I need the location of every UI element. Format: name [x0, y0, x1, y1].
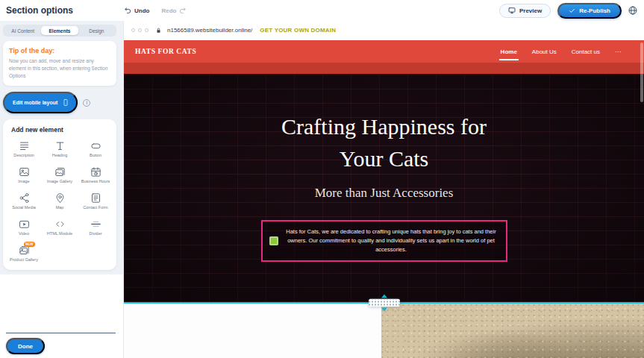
undo-icon — [124, 7, 132, 15]
redo-icon — [178, 7, 187, 15]
business-hours-icon — [90, 166, 101, 178]
add-element-contact-form[interactable]: Contact Form — [78, 192, 113, 210]
section-options-sidebar: AI Content Elements Design Tip of the da… — [0, 21, 124, 358]
browser-dot-icon — [145, 28, 149, 32]
add-new-element-card: Add new element Description Heading — [3, 119, 116, 269]
next-section-empty-area — [124, 304, 381, 358]
tab-elements[interactable]: Elements — [41, 26, 78, 35]
image-gallery-icon — [54, 166, 66, 178]
main-area: AI Content Elements Design Tip of the da… — [0, 21, 644, 358]
heading-icon — [54, 140, 66, 151]
add-element-title: Add new element — [11, 126, 113, 134]
new-badge: NEW — [24, 242, 36, 247]
add-element-divider[interactable]: Divider — [78, 219, 113, 236]
add-element-product-gallery[interactable]: NEW Product Gallery — [6, 245, 42, 263]
page-title: Section options — [6, 5, 124, 16]
edit-mobile-layout-button[interactable]: Edit mobile layout — [3, 92, 78, 113]
html-module-icon — [54, 219, 66, 230]
sidebar-footer: Done — [0, 274, 123, 358]
nav-item-about[interactable]: About Us — [532, 48, 557, 55]
website-canvas: HATS FOR CATS Home About Us Contact us ⋯… — [124, 40, 644, 358]
hero-section: Crafting Happiness for Your Cats More th… — [124, 74, 644, 302]
globe-icon — [628, 5, 638, 16]
hero-text-element-selected[interactable]: Hats for Cats, we are dedicated to craft… — [261, 220, 507, 262]
tab-ai-content[interactable]: AI Content — [4, 26, 41, 35]
nav-item-home[interactable]: Home — [501, 48, 517, 55]
nav-more-menu[interactable]: ⋯ — [615, 48, 621, 55]
monitor-icon — [508, 7, 516, 14]
browser-bar: n1566589.websitebuilder.online/ GET YOUR… — [124, 21, 644, 40]
site-header: HATS FOR CATS Home About Us Contact us ⋯ — [124, 40, 644, 63]
sidebar-panel: AI Content Elements Design Tip of the da… — [0, 21, 123, 274]
app-window: Section options Undo Redo Preview Re-Pub… — [0, 0, 644, 358]
republish-label: Re-Publish — [579, 7, 610, 14]
add-element-map[interactable]: Map — [42, 192, 78, 210]
hero-body-text: Hats for Cats, we are dedicated to craft… — [284, 227, 499, 254]
social-media-icon — [19, 192, 30, 204]
check-icon — [569, 7, 575, 14]
arrow-up-icon — [381, 295, 387, 298]
undo-redo-group: Undo Redo — [124, 7, 187, 15]
done-button[interactable]: Done — [6, 338, 45, 354]
edit-mobile-row: Edit mobile layout i — [3, 92, 116, 113]
image-placeholder-icon — [269, 236, 278, 245]
republish-button[interactable]: Re-Publish — [557, 3, 622, 19]
preview-scrollbar-thumb[interactable] — [640, 43, 643, 102]
arrow-down-icon — [381, 308, 387, 312]
video-icon — [19, 219, 30, 230]
sidebar-tabs: AI Content Elements Design — [3, 25, 116, 37]
lock-icon — [155, 27, 162, 34]
language-globe-button[interactable] — [628, 5, 638, 16]
preview-label: Preview — [519, 7, 542, 14]
tip-body: Now you can add, move and resize any ele… — [9, 57, 110, 79]
mobile-phone-icon — [62, 97, 69, 108]
undo-label: Undo — [134, 7, 149, 14]
site-logo[interactable]: HATS FOR CATS — [135, 48, 196, 55]
add-element-video[interactable]: Video — [6, 219, 42, 236]
get-domain-link[interactable]: GET YOUR OWN DOMAIN — [260, 27, 336, 34]
hero-subheading[interactable]: More than Just Accessories — [315, 186, 454, 201]
preview-button[interactable]: Preview — [499, 4, 551, 18]
add-element-button[interactable]: Button — [78, 140, 113, 158]
browser-dot-icon — [138, 28, 142, 32]
site-header-subbar — [124, 63, 644, 74]
map-icon — [54, 192, 66, 204]
topbar: Section options Undo Redo Preview Re-Pub… — [0, 0, 644, 21]
add-element-html-module[interactable]: HTML Module — [42, 219, 78, 236]
undo-button[interactable]: Undo — [124, 7, 149, 15]
description-icon — [19, 140, 30, 151]
info-icon[interactable]: i — [83, 99, 90, 107]
browser-dot-icon — [131, 28, 135, 32]
tab-design[interactable]: Design — [78, 26, 115, 35]
edit-mobile-label: Edit mobile layout — [13, 100, 57, 105]
section-resize-handle[interactable] — [369, 295, 400, 312]
site-preview-pane: n1566589.websitebuilder.online/ GET YOUR… — [124, 21, 644, 358]
site-url: n1566589.websitebuilder.online/ — [167, 27, 252, 34]
contact-form-icon — [90, 192, 101, 204]
footer-divider — [6, 333, 116, 333]
nav-item-contact[interactable]: Contact us — [572, 48, 600, 55]
tip-heading: Tip of the day: — [9, 47, 110, 54]
hero-heading[interactable]: Crafting Happiness for Your Cats — [265, 111, 504, 175]
image-icon — [19, 166, 30, 178]
tip-of-the-day-card: Tip of the day: Now you can add, move an… — [3, 41, 116, 86]
add-element-heading[interactable]: Heading — [42, 140, 78, 158]
add-element-image[interactable]: Image — [6, 166, 42, 184]
site-nav: Home About Us Contact us ⋯ — [501, 48, 621, 55]
redo-label: Redo — [161, 7, 176, 14]
next-site-section — [124, 304, 644, 358]
divider-icon — [90, 219, 101, 230]
element-grid: Description Heading Button Image — [6, 140, 113, 262]
add-element-business-hours[interactable]: Business Hours — [78, 166, 113, 184]
section-boundary-line — [124, 302, 644, 304]
add-element-description[interactable]: Description — [6, 140, 42, 158]
redo-button[interactable]: Redo — [161, 7, 187, 15]
next-section-image — [381, 304, 644, 358]
add-element-image-gallery[interactable]: Image Gallery — [42, 166, 78, 184]
button-icon — [90, 140, 101, 151]
drag-grip-icon — [369, 299, 400, 307]
add-element-social-media[interactable]: Social Media — [6, 192, 42, 210]
